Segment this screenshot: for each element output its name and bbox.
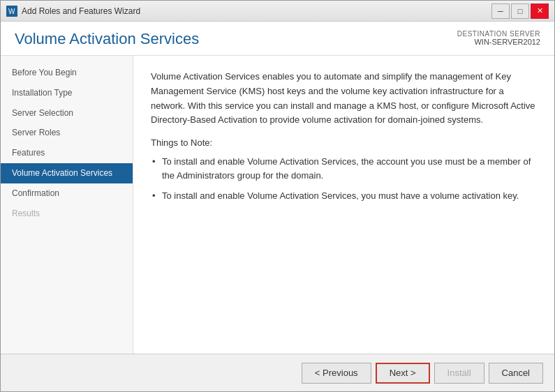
window-controls: ─ □ ✕: [491, 3, 549, 19]
sidebar-item-3[interactable]: Server Roles: [1, 123, 133, 143]
previous-button[interactable]: < Previous: [302, 363, 371, 384]
sidebar: Before You BeginInstallation TypeServer …: [1, 56, 133, 354]
sidebar-item-6[interactable]: Confirmation: [1, 183, 133, 204]
sidebar-item-4[interactable]: Features: [1, 143, 133, 163]
sidebar-item-7: Results: [1, 204, 133, 224]
destination-label: DESTINATION SERVER: [457, 30, 540, 38]
destination-value: WIN-SERVER2012: [457, 38, 540, 46]
title-bar-text: Add Roles and Features Wizard: [22, 6, 140, 16]
main-content: Volume Activation Services enables you t…: [133, 56, 554, 354]
wizard-window: W Add Roles and Features Wizard ─ □ ✕ Vo…: [0, 0, 555, 392]
svg-text:W: W: [8, 8, 15, 15]
close-button[interactable]: ✕: [531, 3, 549, 19]
cancel-button[interactable]: Cancel: [489, 363, 543, 384]
content-description: Volume Activation Services enables you t…: [151, 70, 537, 128]
install-button[interactable]: Install: [434, 363, 484, 384]
app-icon: W: [6, 6, 17, 17]
bullet-list: To install and enable Volume Activation …: [151, 155, 537, 203]
wizard-footer: < Previous Next > Install Cancel: [1, 354, 554, 391]
sidebar-item-0[interactable]: Before You Begin: [1, 63, 133, 83]
title-bar: W Add Roles and Features Wizard ─ □ ✕: [1, 1, 554, 22]
minimize-button[interactable]: ─: [491, 3, 510, 19]
bullet-item-1: To install and enable Volume Activation …: [151, 155, 537, 182]
wizard-header: Volume Activation Services DESTINATION S…: [1, 22, 554, 56]
sidebar-item-2[interactable]: Server Selection: [1, 103, 133, 123]
restore-button[interactable]: □: [511, 3, 529, 19]
destination-server-info: DESTINATION SERVER WIN-SERVER2012: [457, 30, 540, 46]
bullet-item-2: To install and enable Volume Activation …: [151, 189, 537, 203]
title-bar-left: W Add Roles and Features Wizard: [6, 6, 140, 17]
sidebar-item-5[interactable]: Volume Activation Services: [1, 163, 133, 183]
sidebar-item-1[interactable]: Installation Type: [1, 83, 133, 103]
things-to-note-label: Things to Note:: [151, 137, 537, 148]
next-button[interactable]: Next >: [376, 363, 430, 384]
wizard-title: Volume Activation Services: [15, 30, 199, 48]
wizard-body: Before You BeginInstallation TypeServer …: [1, 56, 554, 354]
